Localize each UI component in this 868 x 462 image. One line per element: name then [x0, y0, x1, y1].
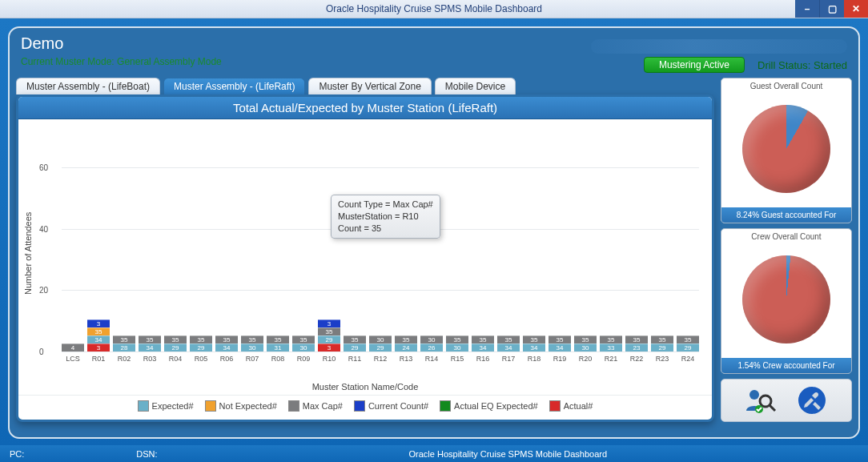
svg-point-0	[749, 390, 759, 400]
chart-title: Total Actual/Expected by Muster Station …	[18, 97, 712, 119]
bar-seg-expected: 29	[369, 343, 392, 352]
bar-seg-max_cap: 35	[292, 335, 315, 343]
bar-seg-current: 3	[87, 319, 110, 327]
window-maximize-button[interactable]: ▢	[819, 0, 844, 18]
window-title: Oracle Hospitality Cruise SPMS Mobile Da…	[326, 3, 542, 14]
find-people-button[interactable]	[742, 384, 779, 416]
page-title: Demo	[21, 34, 222, 53]
xlabel-R19: R19	[553, 355, 567, 363]
tab-2[interactable]: Muster By Vertical Zone	[308, 78, 431, 94]
legend-actual-eq[interactable]: Actual EQ Expected#	[440, 400, 538, 412]
legend-expected[interactable]: Expected#	[138, 400, 194, 412]
action-icon-row	[721, 379, 852, 422]
bar-R15[interactable]: 3530R15	[446, 335, 468, 352]
bar-seg-expected: 30	[241, 343, 263, 352]
xlabel-R11: R11	[348, 355, 362, 363]
svg-point-1	[760, 396, 771, 407]
right-column: Guest Overall Count 8.24% Guest accounte…	[721, 78, 852, 422]
xlabel-R06: R06	[220, 355, 234, 363]
bar-R14[interactable]: 3026R14	[420, 335, 443, 352]
bar-R09[interactable]: 3530R09	[292, 335, 315, 352]
crew-pie-chart[interactable]	[742, 255, 830, 343]
bar-R01[interactable]: 335343R01	[87, 319, 110, 352]
tooltip-line1: Count Type = Max Cap#	[338, 199, 433, 211]
bar-seg-max_cap: 35	[677, 335, 699, 343]
tab-3[interactable]: Mobile Device	[435, 78, 516, 94]
legend-actual[interactable]: Actual#	[549, 400, 593, 412]
bar-R08[interactable]: 3531R08	[267, 335, 289, 352]
bar-R07[interactable]: 3530R07	[241, 335, 263, 352]
bar-seg-max_cap: 35	[267, 335, 289, 343]
legend-not-expected[interactable]: Not Expected#	[205, 400, 277, 412]
bar-R04[interactable]: 3529R04	[164, 335, 187, 352]
tab-0[interactable]: Muster Assembly - (LifeBoat)	[16, 78, 160, 94]
tab-1[interactable]: Muster Assembly - (LifeRaft)	[163, 78, 305, 94]
bar-seg-expected: 31	[267, 343, 289, 352]
bar-R11[interactable]: 3529R11	[344, 335, 366, 352]
bar-seg-expected: 26	[420, 343, 443, 352]
bar-R06[interactable]: 3534R06	[215, 335, 238, 352]
bar-seg-max_cap: 35	[215, 335, 238, 343]
window-minimize-button[interactable]: –	[795, 0, 819, 18]
xlabel-R15: R15	[451, 355, 464, 363]
bar-R18[interactable]: 3534R18	[523, 335, 545, 352]
xlabel-R21: R21	[605, 355, 618, 363]
mustering-active-button[interactable]: Mustering Active	[644, 57, 745, 73]
xlabel-R13: R13	[400, 355, 413, 363]
xlabel-R05: R05	[195, 355, 208, 363]
bar-R19[interactable]: 3534R19	[549, 335, 571, 352]
bar-LCS[interactable]: 4LCS	[62, 343, 84, 352]
bar-seg-expected: 23	[625, 343, 648, 352]
bar-R10[interactable]: 335293R10	[318, 319, 340, 352]
bar-R17[interactable]: 3534R17	[497, 335, 520, 352]
status-bar: PC: DSN: Oracle Hospitality Cruise SPMS …	[0, 445, 868, 462]
left-column: Muster Assembly - (LifeBoat)Muster Assem…	[16, 78, 714, 422]
tooltip-line2: MusterStation = R10	[338, 211, 433, 223]
dashboard-panel: Demo Current Muster Mode: General Assemb…	[8, 26, 860, 439]
xlabel-R03: R03	[143, 355, 157, 363]
bar-R21[interactable]: 3533R21	[600, 335, 622, 352]
window-close-button[interactable]: ✕	[844, 0, 868, 18]
bar-R13[interactable]: 3524R13	[395, 335, 417, 352]
bar-R20[interactable]: 3530R20	[574, 335, 597, 352]
bar-seg-max_cap: 35	[113, 335, 135, 343]
legend-max-cap[interactable]: Max Cap#	[288, 400, 343, 412]
bar-seg-expected: 34	[523, 343, 545, 352]
bar-seg-expected: 30	[574, 343, 597, 352]
bar-seg-expected: 34	[139, 343, 161, 352]
bar-seg-max_cap: 35	[549, 335, 571, 343]
bar-seg-max_cap: 4	[62, 343, 84, 352]
bar-seg-max_cap: 35	[497, 335, 520, 343]
bar-seg-max_cap: 35	[395, 335, 417, 343]
bar-seg-max_cap: 35	[446, 335, 468, 343]
bar-seg-current: 3	[318, 319, 340, 327]
bar-R05[interactable]: 3529R05	[190, 335, 212, 352]
bar-seg-max_cap: 35	[344, 335, 366, 343]
xlabel-R07: R07	[246, 355, 259, 363]
xlabel-R12: R12	[374, 355, 388, 363]
bar-seg-expected: 28	[113, 343, 135, 352]
guest-pie-footer: 8.24% Guest accounted For	[721, 207, 851, 223]
bar-seg-expected: 29	[164, 343, 187, 352]
xlabel-R14: R14	[425, 355, 439, 363]
bar-R16[interactable]: 3534R16	[472, 335, 494, 352]
bar-R22[interactable]: 3523R22	[625, 335, 648, 352]
bar-R24[interactable]: 3529R24	[677, 335, 699, 352]
chart-plot-area: Number of Attendees 0204060 4LCS335343R0…	[18, 119, 712, 380]
xlabel-R24: R24	[681, 355, 695, 363]
xlabel-R20: R20	[579, 355, 593, 363]
bar-seg-expected: 34	[549, 343, 571, 352]
bar-R03[interactable]: 3534R03	[139, 335, 161, 352]
bar-R12[interactable]: 3029R12	[369, 335, 392, 352]
guest-pie-chart[interactable]	[742, 105, 830, 193]
bar-R02[interactable]: 3528R02	[113, 335, 135, 352]
bar-seg-actual: 3	[318, 343, 340, 352]
settings-button[interactable]	[794, 384, 830, 416]
xlabel-R02: R02	[118, 355, 131, 363]
bar-seg-max_cap: 35	[574, 335, 597, 343]
bar-R23[interactable]: 3529R23	[651, 335, 673, 352]
legend-current[interactable]: Current Count#	[354, 400, 428, 412]
dashboard-header: Demo Current Muster Mode: General Assemb…	[16, 33, 852, 78]
xlabel-R16: R16	[476, 355, 490, 363]
svg-line-2	[770, 405, 775, 411]
